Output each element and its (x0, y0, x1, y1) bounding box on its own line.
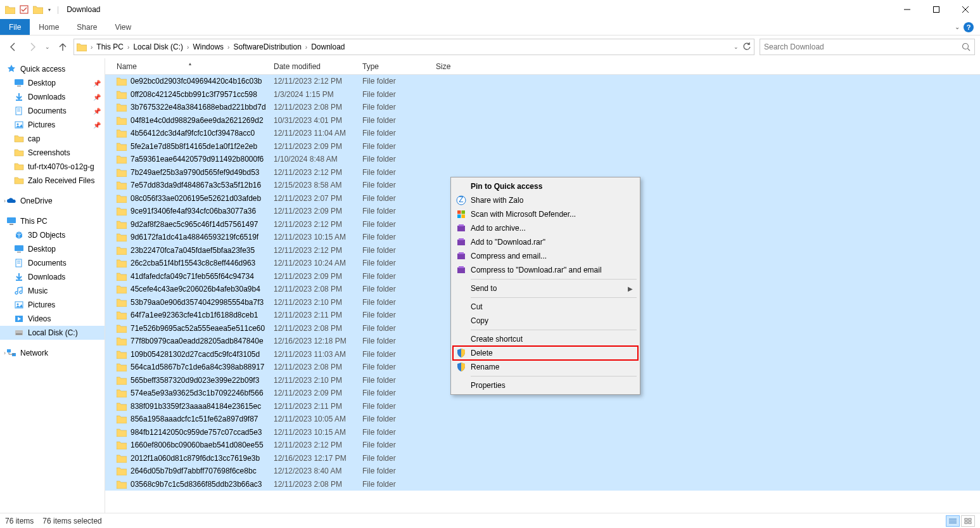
column-header-date[interactable]: Date modified (269, 62, 357, 71)
qat-dropdown-icon[interactable]: ▾ (46, 3, 53, 16)
file-date: 12/11/2023 2:07 PM (269, 194, 357, 203)
sidebar-onedrive[interactable]: › OneDrive (0, 194, 105, 208)
maximize-button[interactable] (922, 0, 951, 19)
svg-rect-2 (934, 7, 939, 13)
sidebar-item[interactable]: Pictures📌 (0, 118, 105, 132)
ctx-scan-defender[interactable]: Scan with Microsoft Defender... (453, 207, 638, 221)
svg-rect-35 (965, 522, 967, 524)
minimize-button[interactable] (893, 0, 922, 19)
table-row[interactable]: 4b56412dc3d4af9fcfc10cf39478acc012/11/20… (105, 127, 980, 140)
3d-icon (14, 230, 24, 240)
tab-view[interactable]: View (106, 19, 140, 35)
address-bar[interactable]: › This PC› Local Disk (C:)› Windows› Sof… (73, 39, 754, 55)
folder-icon (117, 389, 127, 397)
breadcrumb-local-disk[interactable]: Local Disk (C:) (130, 42, 186, 51)
ctx-copy[interactable]: Copy (453, 314, 638, 328)
qat-folder-icon[interactable] (32, 3, 44, 16)
close-button[interactable] (951, 0, 980, 19)
forward-button[interactable] (24, 39, 41, 55)
sidebar-item[interactable]: Screenshots (0, 146, 105, 160)
table-row[interactable]: 04f81e4c0dd98829a6ee9da2621269d210/31/20… (105, 114, 980, 127)
ctx-delete[interactable]: Delete (453, 346, 638, 360)
address-dropdown-icon[interactable]: ⌄ (731, 44, 741, 50)
breadcrumb-this-pc[interactable]: This PC (94, 42, 126, 51)
table-row[interactable]: 856a1958aaadcfc1c51fe62a897d9f8712/11/20… (105, 413, 980, 426)
qat-properties-icon[interactable] (18, 3, 30, 16)
search-icon[interactable] (962, 42, 970, 51)
sidebar-item[interactable]: Pictures (0, 298, 105, 312)
ctx-properties[interactable]: Properties (453, 378, 638, 392)
file-date: 12/11/2023 2:09 PM (269, 142, 357, 151)
file-name: 4b56412dc3d4af9fcfc10cf39478acc0 (130, 129, 255, 138)
folder-icon (117, 324, 127, 333)
sidebar-item[interactable]: cap (0, 132, 105, 146)
table-row[interactable]: 2012f1a060d81c879f6dc13cc7619e3b12/16/20… (105, 452, 980, 465)
help-icon[interactable]: ? (964, 22, 974, 32)
file-name: 856a1958aaadcfc1c51fe62a897d9f87 (130, 415, 258, 423)
column-header-size[interactable]: Size (431, 62, 469, 71)
folder-icon (117, 402, 127, 411)
table-row[interactable]: 7a59361eae64420579d911492b8000f61/10/202… (105, 153, 980, 166)
column-header-name[interactable]: ▴Name (111, 62, 269, 71)
tab-file[interactable]: File (0, 19, 30, 35)
search-box[interactable] (760, 39, 975, 55)
ctx-cut[interactable]: Cut (453, 300, 638, 314)
sidebar-item[interactable]: Desktop (0, 242, 105, 256)
tab-share[interactable]: Share (68, 19, 106, 35)
view-large-icons-button[interactable] (961, 515, 975, 527)
file-date: 1/3/2024 1:15 PM (269, 90, 357, 99)
ctx-send-to[interactable]: Send to▶ (453, 281, 638, 295)
ribbon-expand-icon[interactable]: ⌄ (955, 23, 960, 30)
ctx-pin-to-quick-access[interactable]: Pin to Quick access (453, 179, 638, 193)
sidebar-this-pc[interactable]: This PC (0, 214, 105, 228)
table-row[interactable]: 0e92bc0d2903fc049694420c4b16c03b12/11/20… (105, 75, 980, 88)
table-row[interactable]: 3b7675322e48a3841688ebad221bbd7d12/11/20… (105, 101, 980, 114)
table-row[interactable]: 5fe2a1e7d85b8f14165de1a0f1f2e2eb12/11/20… (105, 140, 980, 153)
ctx-add-download-rar[interactable]: Add to "Download.rar" (453, 235, 638, 249)
file-date: 12/11/2023 2:08 PM (269, 103, 357, 112)
sidebar-item[interactable]: Downloads📌 (0, 90, 105, 104)
folder-icon (117, 207, 127, 216)
table-row[interactable]: 1660ef8006bc09060baeb541d080ee5512/11/20… (105, 439, 980, 452)
breadcrumb-windows[interactable]: Windows (190, 42, 226, 51)
sidebar-item[interactable]: tuf-rtx4070s-o12g-g (0, 160, 105, 174)
table-row[interactable]: 0ff208c421245cbb991c3f79571cc5981/3/2024… (105, 88, 980, 101)
file-type: File folder (357, 311, 431, 319)
ctx-compress-rar-email[interactable]: Compress to "Download.rar" and email (453, 263, 638, 277)
table-row[interactable]: 838f091b3359f23aaaa84184e23615ec12/11/20… (105, 400, 980, 413)
svg-rect-47 (457, 254, 465, 259)
table-row[interactable]: 2646d05b7b9df7abbff707698f6ce8bc12/12/20… (105, 465, 980, 478)
sidebar-item[interactable]: Documents📌 (0, 104, 105, 118)
sidebar-item[interactable]: Desktop📌 (0, 76, 105, 90)
view-details-button[interactable] (946, 515, 960, 527)
file-date: 12/12/2023 8:40 AM (269, 467, 357, 475)
file-name: 564ca1d5867b7c1de6a84c398ab88917 (130, 363, 265, 371)
table-row[interactable]: 984fb12142050c959de757c07ccad5e312/11/20… (105, 426, 980, 439)
refresh-icon[interactable] (742, 42, 751, 51)
breadcrumb-download[interactable]: Download (309, 42, 347, 51)
ctx-rename[interactable]: Rename (453, 360, 638, 374)
back-button[interactable] (5, 39, 22, 55)
sidebar-item[interactable]: Zalo Received Files (0, 174, 105, 188)
ctx-compress-email[interactable]: Compress and email... (453, 249, 638, 263)
table-row[interactable]: 03568c9b7c1c5d8366f85ddb23b66ac312/11/20… (105, 478, 980, 491)
up-button[interactable] (54, 39, 71, 55)
sidebar-item[interactable]: Downloads (0, 270, 105, 284)
winrar-icon (455, 250, 467, 262)
search-input[interactable] (764, 42, 962, 51)
ctx-share-zalo[interactable]: ZShare with Zalo (453, 193, 638, 207)
sidebar-item[interactable]: Local Disk (C:) (0, 326, 105, 340)
column-header-type[interactable]: Type (357, 62, 431, 71)
sidebar-item[interactable]: Videos (0, 312, 105, 326)
sidebar-network[interactable]: › Network (0, 346, 105, 360)
sidebar-item[interactable]: Music (0, 284, 105, 298)
folder-icon (117, 220, 127, 229)
breadcrumb-softwaredistribution[interactable]: SoftwareDistribution (231, 42, 303, 51)
ctx-add-archive[interactable]: Add to archive... (453, 221, 638, 235)
sidebar-item[interactable]: Documents (0, 256, 105, 270)
tab-home[interactable]: Home (30, 19, 68, 35)
recent-dropdown-icon[interactable]: ⌄ (43, 39, 52, 55)
sidebar-item[interactable]: 3D Objects (0, 228, 105, 242)
ctx-create-shortcut[interactable]: Create shortcut (453, 332, 638, 346)
sidebar-quick-access[interactable]: Quick access (0, 62, 105, 76)
